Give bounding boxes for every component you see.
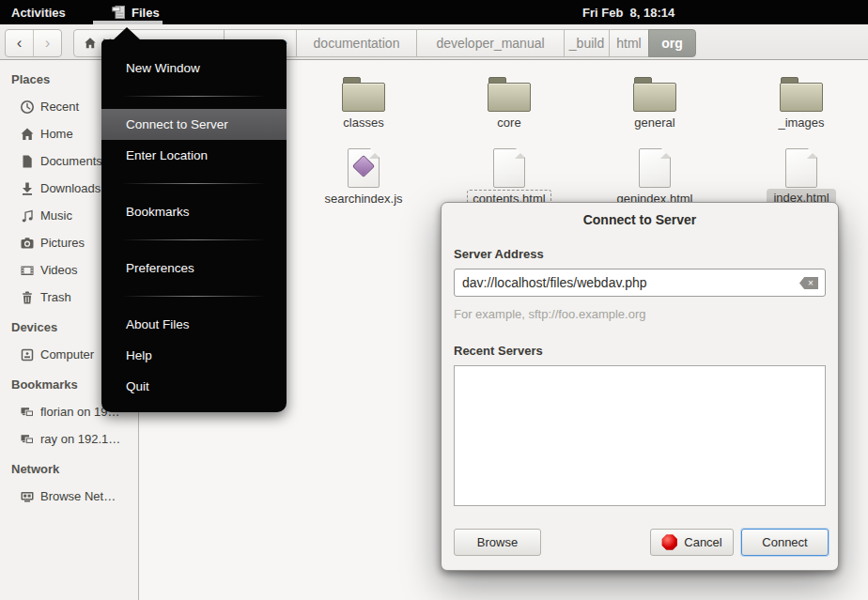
menu-separator	[122, 183, 266, 184]
file-tile-classes[interactable]: classes	[302, 77, 425, 131]
app-menu-popup: New Window Connect to Server Enter Locat…	[101, 39, 287, 412]
trash-icon	[20, 290, 35, 305]
html-file-icon	[785, 148, 817, 188]
file-tile-searchindex[interactable]: searchindex.js	[302, 148, 425, 207]
history-nav-group: ‹ ›	[5, 29, 62, 57]
breadcrumb-item-developer-manual[interactable]: developer_manual	[416, 29, 565, 57]
sidebar-item-ray-server[interactable]: ray on 192.1…	[0, 425, 138, 453]
sidebar-item-label: Recent	[40, 100, 79, 114]
file-label: general	[634, 115, 674, 131]
menu-item-connect-to-server[interactable]: Connect to Server	[101, 109, 287, 140]
file-tile-images[interactable]: _images	[740, 77, 862, 131]
sidebar-item-label: Browse Net…	[40, 489, 116, 503]
script-file-icon	[348, 148, 380, 188]
remote-computer-icon	[20, 432, 35, 447]
html-file-icon	[639, 148, 671, 188]
menu-item-help[interactable]: Help	[101, 340, 287, 371]
menu-item-quit[interactable]: Quit	[101, 371, 287, 402]
menu-item-preferences[interactable]: Preferences	[101, 253, 287, 284]
stop-icon	[661, 534, 677, 550]
sidebar-item-browse-network[interactable]: Browse Net…	[0, 483, 138, 510]
recent-icon	[20, 100, 35, 115]
sidebar-item-label: Downloads	[40, 181, 101, 195]
breadcrumb-item-build[interactable]: _build	[564, 29, 610, 57]
dialog-title: Connect to Server	[442, 212, 838, 227]
file-tile-index-selected[interactable]: index.html	[740, 148, 862, 208]
breadcrumb-item-org-current[interactable]: org	[648, 29, 696, 57]
sidebar-item-label: Computer	[40, 347, 94, 362]
cancel-button[interactable]: Cancel	[650, 529, 734, 556]
sidebar-item-label: Music	[40, 208, 72, 223]
folder-icon	[633, 77, 676, 112]
file-label: classes	[343, 115, 383, 131]
files-app-icon	[112, 5, 127, 20]
app-menu-label: Files	[132, 6, 160, 20]
folder-icon	[342, 77, 385, 112]
sidebar-item-label: Trash	[40, 290, 71, 304]
home-icon	[84, 37, 97, 50]
top-bar: Activities Files Fri Feb 8, 18:14	[0, 0, 868, 24]
file-tile-contents[interactable]: contents.html	[448, 148, 570, 208]
server-address-input[interactable]	[454, 269, 826, 297]
file-label: searchindex.js	[324, 192, 402, 207]
music-icon	[20, 208, 35, 223]
menu-arrow	[113, 27, 141, 40]
documents-icon	[20, 154, 35, 169]
pictures-icon	[20, 236, 35, 251]
menu-item-bookmarks[interactable]: Bookmarks	[101, 196, 287, 227]
app-menu-button[interactable]: Files	[112, 0, 160, 24]
breadcrumb-item-documentation[interactable]: documentation	[296, 29, 417, 57]
network-icon	[20, 489, 35, 504]
menu-separator	[122, 296, 266, 297]
videos-icon	[20, 263, 35, 278]
folder-icon	[488, 77, 531, 112]
html-file-icon	[493, 148, 525, 188]
computer-icon	[20, 347, 35, 362]
file-label: core	[497, 115, 520, 131]
remote-computer-icon	[20, 405, 35, 420]
sidebar-item-label: Documents	[40, 154, 102, 168]
sidebar-item-label: Pictures	[40, 236, 85, 250]
example-hint-text: For example, sftp://foo.example.org	[454, 307, 645, 321]
sidebar-header-network: Network	[0, 455, 138, 483]
downloads-icon	[20, 181, 35, 196]
home-icon	[20, 127, 35, 142]
forward-button[interactable]: ›	[33, 30, 61, 56]
menu-item-new-window[interactable]: New Window	[101, 53, 287, 84]
browse-button[interactable]: Browse	[454, 529, 541, 556]
cancel-button-label: Cancel	[684, 535, 721, 549]
sidebar-item-label: Home	[40, 127, 73, 141]
activities-button[interactable]: Activities	[11, 0, 66, 24]
server-address-label: Server Address	[454, 247, 544, 261]
file-label: _images	[778, 115, 824, 131]
menu-separator	[122, 239, 266, 240]
file-tile-genindex[interactable]: genindex.html	[594, 148, 716, 207]
recent-servers-list[interactable]	[454, 365, 826, 506]
recent-servers-label: Recent Servers	[454, 344, 543, 358]
sidebar-item-label: Videos	[40, 263, 78, 277]
browse-button-label: Browse	[477, 535, 518, 549]
breadcrumb-item-html[interactable]: html	[609, 29, 649, 57]
menu-item-about-files[interactable]: About Files	[101, 309, 287, 340]
file-tile-general[interactable]: general	[594, 77, 716, 131]
connect-to-server-dialog: Connect to Server Server Address × For e…	[441, 202, 839, 571]
back-button[interactable]: ‹	[6, 30, 33, 56]
folder-icon	[780, 77, 823, 112]
menu-item-enter-location[interactable]: Enter Location	[101, 140, 287, 171]
connect-button-label: Connect	[762, 535, 807, 549]
clock[interactable]: Fri Feb 8, 18:14	[582, 0, 674, 24]
file-tile-core[interactable]: core	[448, 77, 570, 131]
sidebar-item-label: ray on 192.1…	[40, 432, 120, 446]
connect-button[interactable]: Connect	[741, 529, 829, 556]
menu-separator	[122, 96, 266, 97]
